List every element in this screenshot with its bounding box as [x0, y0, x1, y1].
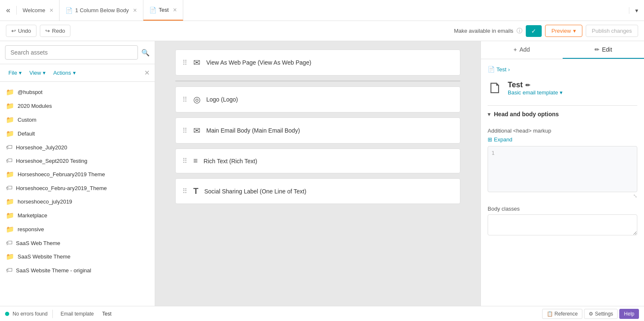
pin-icon[interactable]: ✕: [144, 69, 150, 77]
redo-button[interactable]: ↪ Redo: [40, 25, 70, 37]
info-icon[interactable]: ⓘ: [517, 27, 522, 35]
sidebar-item-horseshoeco-july2019[interactable]: 📁horseshoeco_july2019: [0, 195, 155, 209]
search-input[interactable]: [5, 45, 138, 60]
view-dropdown-icon: ▾: [43, 70, 46, 76]
undo-button[interactable]: ↩ Undo: [6, 25, 36, 37]
expand-link[interactable]: ⊞ Expand: [488, 136, 637, 143]
canvas-block-view-as-web-page[interactable]: ⠿ ✉ View As Web Page (View As Web Page): [175, 50, 460, 76]
folder-label-hubspot: @hubspot: [18, 89, 42, 95]
view-menu-button[interactable]: View ▾: [26, 68, 49, 78]
sidebar-item-custom[interactable]: 📁Custom: [0, 113, 155, 127]
sidebar-item-horseshoe-sept2020[interactable]: 🏷Horseshoe_Sept2020 Testing: [0, 154, 155, 167]
template-name-container: Test ✏: [508, 81, 563, 89]
collapse-sidebar-button[interactable]: «: [0, 6, 17, 15]
reference-button[interactable]: 📋 Reference: [542, 309, 582, 319]
sidebar-item-saas-website-theme[interactable]: 📁SaaS Website Theme: [0, 250, 155, 264]
canvas-block-logo[interactable]: ⠿ ◎ Logo (Logo): [175, 86, 460, 112]
rich-text-label: Rich Text (Rich Text): [204, 158, 257, 164]
canvas-block-main-email-body[interactable]: ⠿ ✉ Main Email Body (Main Email Body): [175, 117, 460, 144]
settings-button[interactable]: ⚙ Settings: [584, 309, 618, 319]
redo-icon: ↪: [45, 28, 50, 34]
actions-menu-button[interactable]: Actions ▾: [50, 68, 79, 78]
tab-overflow-icon: ▾: [635, 7, 638, 14]
sidebar-item-responsive[interactable]: 📁responsive: [0, 222, 155, 236]
tab-1-column-label: 1 Column Below Body: [75, 7, 129, 13]
sidebar-item-marketplace[interactable]: 📁Marketplace: [0, 209, 155, 222]
panel-tab-edit[interactable]: ✏ Edit: [563, 41, 644, 59]
social-sharing-icon: T: [193, 186, 198, 196]
sidebar: 🔍 File ▾ View ▾ Actions ▾ ✕ 📁@hubspot📁20…: [0, 41, 155, 306]
reference-label: Reference: [555, 311, 578, 317]
body-classes-input[interactable]: [488, 214, 637, 235]
tab-test[interactable]: 📄 Test ×: [143, 0, 183, 21]
bottom-tab-test[interactable]: Test: [100, 311, 114, 317]
panel-tab-add[interactable]: + Add: [481, 41, 563, 59]
folder-label-horseshoe-sept2020: Horseshoe_Sept2020 Testing: [16, 158, 87, 164]
folder-icon-horseshoeco-july2019: 📁: [6, 198, 14, 206]
sidebar-item-saas-website-theme-original[interactable]: 🏷SaaS Website Theme - original: [0, 264, 155, 277]
file-menu-button[interactable]: File ▾: [5, 68, 25, 78]
template-type-label: Basic email template: [508, 89, 558, 96]
breadcrumb[interactable]: 📄 Test ›: [488, 66, 637, 73]
status-label: No errors found: [13, 311, 47, 317]
actions-label: Actions: [53, 70, 71, 76]
make-available-toggle[interactable]: ✓: [526, 25, 542, 37]
folder-icon-2020-modules: 📁: [6, 102, 14, 110]
tab-welcome[interactable]: Welcome ×: [17, 0, 60, 21]
publish-button[interactable]: Publish changes: [586, 25, 638, 37]
sidebar-item-default[interactable]: 📁Default: [0, 127, 155, 141]
canvas-block-social-sharing-label[interactable]: ⠿ T Social Sharing Label (One Line of Te…: [175, 178, 460, 204]
folder-label-horseshoe-july2020: Horseshoe_July2020: [16, 144, 67, 151]
tab-test-label: Test: [159, 7, 169, 13]
panel-content: 📄 Test › 🗋 Test ✏ Basic email template ▾: [481, 59, 644, 306]
search-icon[interactable]: 🔍: [141, 49, 150, 57]
template-type-container[interactable]: Basic email template ▾: [508, 89, 563, 96]
sidebar-item-horseshoeco-february2019[interactable]: 📁Horseshoeco_February2019 Theme: [0, 167, 155, 181]
code-content[interactable]: [500, 150, 634, 188]
toolbar: ↩ Undo ↪ Redo Make available in emails ⓘ…: [0, 21, 644, 41]
rich-text-icon: ≡: [193, 157, 198, 165]
status-dot: [5, 312, 9, 316]
file-label: File: [8, 70, 17, 76]
template-type-dropdown-icon: ▾: [560, 89, 563, 96]
folder-icon-saas-web-theme: 🏷: [6, 239, 13, 247]
sidebar-item-hubspot[interactable]: 📁@hubspot: [0, 85, 155, 99]
bottom-tab-email-template[interactable]: Email template: [58, 311, 96, 317]
social-sharing-label: Social Sharing Label (One Line of Text): [204, 188, 306, 195]
folder-icon-hubspot: 📁: [6, 88, 14, 96]
template-name-edit-icon[interactable]: ✏: [525, 82, 530, 89]
make-available-container: Make available in emails ⓘ ✓: [454, 25, 542, 37]
actions-dropdown-icon: ▾: [73, 70, 76, 76]
settings-label: Settings: [595, 311, 613, 317]
sidebar-item-horseshoeco-february2019-theme[interactable]: 🏷Horseshoeco_Febru-ary2019_Theme: [0, 181, 155, 195]
folder-label-marketplace: Marketplace: [18, 212, 47, 219]
folder-list: 📁@hubspot📁2020 Modules📁Custom📁Default🏷Ho…: [0, 82, 155, 306]
folder-label-saas-website-theme-original: SaaS Website Theme - original: [16, 267, 91, 274]
folder-icon-responsive: 📁: [6, 225, 14, 233]
reference-icon: 📋: [547, 311, 553, 317]
folder-icon-horseshoeco-february2019-theme: 🏷: [6, 184, 13, 192]
tab-1-column-close[interactable]: ×: [133, 7, 137, 14]
folder-icon-default: 📁: [6, 130, 14, 138]
code-editor[interactable]: 1: [488, 146, 637, 192]
tab-test-close[interactable]: ×: [173, 6, 177, 14]
tab-1-column-below-body[interactable]: 📄 1 Column Below Body ×: [60, 0, 143, 21]
sidebar-item-horseshoe-july2020[interactable]: 🏷Horseshoe_July2020: [0, 141, 155, 154]
undo-icon: ↩: [11, 28, 16, 34]
breadcrumb-file-icon: 📄: [488, 66, 495, 73]
redo-label: Redo: [52, 28, 65, 34]
bottom-right-buttons: 📋 Reference ⚙ Settings Help: [542, 309, 639, 319]
panel-tab-edit-label: Edit: [602, 46, 612, 53]
additional-head-label: Additional <head> markup: [488, 128, 637, 134]
template-doc-icon: 🗋: [488, 79, 503, 97]
canvas-block-rich-text[interactable]: ⠿ ≡ Rich Text (Rich Text): [175, 149, 460, 173]
tab-welcome-close[interactable]: ×: [49, 7, 53, 14]
sidebar-item-2020-modules[interactable]: 📁2020 Modules: [0, 99, 155, 113]
tab-welcome-label: Welcome: [23, 7, 45, 13]
drag-handle-view-as-web-page: ⠿: [182, 59, 187, 67]
sidebar-item-saas-web-theme[interactable]: 🏷SaaS Web Theme: [0, 236, 155, 250]
section-header-head-body[interactable]: ▾ Head and body options: [488, 105, 637, 123]
help-button[interactable]: Help: [619, 309, 639, 319]
preview-button[interactable]: Preview ▾: [545, 25, 582, 37]
tab-overflow-button[interactable]: ▾: [629, 7, 644, 14]
